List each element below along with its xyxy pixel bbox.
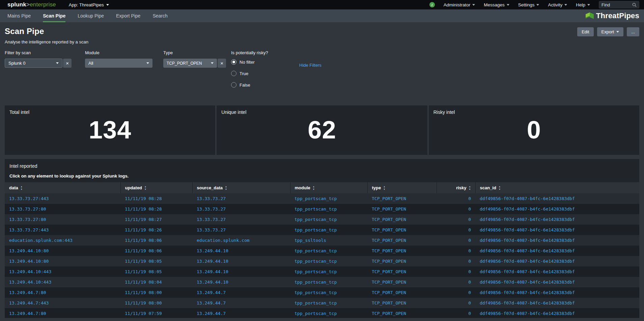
radio-false[interactable]: False: [231, 82, 288, 88]
cell-data[interactable]: 13.249.44.10:80: [5, 256, 120, 266]
cell-risky[interactable]: 0: [437, 287, 475, 298]
column-header-source-data[interactable]: source_data▲▼: [192, 182, 290, 193]
cell-type[interactable]: TCP_PORT_OPEN: [367, 266, 437, 277]
cell-type[interactable]: TCP_PORT_OPEN: [367, 204, 437, 214]
cell-type[interactable]: TCP_PORT_OPEN: [367, 225, 437, 235]
cell-updated[interactable]: 11/11/19 08:00: [120, 298, 192, 308]
cell-updated[interactable]: 11/11/19 08:06: [120, 235, 192, 246]
cell-source-data[interactable]: 13.33.73.27: [192, 204, 290, 214]
tab-lookup-pipe[interactable]: Lookup Pipe: [78, 9, 104, 22]
cell-type[interactable]: TCP_PORT_OPEN: [367, 256, 437, 266]
cell-scan-id[interactable]: ddf49856-f07d-4087-b4fc-6e1428383dbf: [475, 256, 639, 266]
cell-scan-id[interactable]: ddf49856-f07d-4087-b4fc-6e1428383dbf: [475, 266, 639, 277]
cell-module[interactable]: tpp_portscan_tcp: [290, 277, 367, 287]
export-button[interactable]: Export: [597, 27, 624, 36]
cell-data[interactable]: 13.33.73.27:80: [5, 214, 120, 225]
column-header-type[interactable]: type▲▼: [367, 182, 437, 193]
cell-updated[interactable]: 11/11/19 08:27: [120, 214, 192, 225]
cell-type[interactable]: TCP_PORT_OPEN: [367, 214, 437, 225]
radio-true[interactable]: True: [231, 70, 288, 77]
cell-module[interactable]: tpp_portscan_tcp: [290, 225, 367, 235]
cell-source-data[interactable]: 13.249.44.10: [192, 246, 290, 256]
cell-type[interactable]: TCP_PORT_OPEN: [367, 308, 437, 318]
cell-scan-id[interactable]: ddf49856-f07d-4087-b4fc-6e1428383dbf: [475, 298, 639, 308]
tab-scan-pipe[interactable]: Scan Pipe: [43, 9, 65, 22]
cell-updated[interactable]: 11/11/19 07:59: [120, 308, 192, 318]
filter-scan-dropdown[interactable]: Splunk 0: [5, 59, 62, 68]
cell-type[interactable]: TCP_PORT_OPEN: [367, 193, 437, 204]
cell-source-data[interactable]: 13.249.44.10: [192, 256, 290, 266]
cell-risky[interactable]: 0: [437, 308, 475, 318]
cell-updated[interactable]: 11/11/19 08:06: [120, 246, 192, 256]
cell-scan-id[interactable]: ddf49856-f07d-4087-b4fc-6e1428383dbf: [475, 308, 639, 318]
cell-source-data[interactable]: education.splunk.com: [192, 235, 290, 246]
cell-source-data[interactable]: 13.33.73.27: [192, 214, 290, 225]
cell-type[interactable]: TCP_PORT_OPEN: [367, 246, 437, 256]
cell-updated[interactable]: 11/11/19 08:04: [120, 277, 192, 287]
menu-activity[interactable]: Activity: [548, 2, 567, 7]
sort-icon[interactable]: ▲▼: [469, 186, 471, 190]
cell-data[interactable]: 13.33.73.27:443: [5, 225, 120, 235]
cell-scan-id[interactable]: ddf49856-f07d-4087-b4fc-6e1428383dbf: [475, 204, 639, 214]
cell-risky[interactable]: 0: [437, 235, 475, 246]
cell-module[interactable]: tpp_portscan_tcp: [290, 204, 367, 214]
cell-risky[interactable]: 0: [437, 193, 475, 204]
cell-data[interactable]: education.splunk.com:443: [5, 235, 120, 246]
cell-risky[interactable]: 0: [437, 256, 475, 266]
sort-icon[interactable]: ▲▼: [225, 186, 227, 190]
sort-icon[interactable]: ▲▼: [21, 186, 23, 190]
cell-data[interactable]: 13.249.44.10:80: [5, 246, 120, 256]
cell-scan-id[interactable]: ddf49856-f07d-4087-b4fc-6e1428383dbf: [475, 214, 639, 225]
sort-icon[interactable]: ▲▼: [144, 186, 146, 190]
cell-data[interactable]: 13.249.44.7:80: [5, 308, 120, 318]
cell-module[interactable]: tpp_portscan_tcp: [290, 266, 367, 277]
column-header-updated[interactable]: updated▲▼: [120, 182, 192, 193]
cell-module[interactable]: tpp_portscan_tcp: [290, 298, 367, 308]
cell-updated[interactable]: 11/11/19 08:05: [120, 256, 192, 266]
cell-source-data[interactable]: 13.249.44.7: [192, 308, 290, 318]
sort-icon[interactable]: ▲▼: [499, 186, 501, 190]
cell-module[interactable]: tpp_portscan_tcp: [290, 214, 367, 225]
column-header-risky[interactable]: risky▲▼: [437, 182, 475, 193]
cell-data[interactable]: 13.249.44.10:443: [5, 266, 120, 277]
cell-scan-id[interactable]: ddf49856-f07d-4087-b4fc-6e1428383dbf: [475, 225, 639, 235]
menu-help[interactable]: Help: [576, 2, 590, 7]
cell-data[interactable]: 13.33.73.27:80: [5, 204, 120, 214]
find-search-box[interactable]: [599, 1, 639, 8]
cell-updated[interactable]: 11/11/19 08:00: [120, 287, 192, 298]
cell-type[interactable]: TCP_PORT_OPEN: [367, 277, 437, 287]
cell-module[interactable]: tpp_portscan_tcp: [290, 246, 367, 256]
cell-risky[interactable]: 0: [437, 298, 475, 308]
cell-scan-id[interactable]: ddf49856-f07d-4087-b4fc-6e1428383dbf: [475, 287, 639, 298]
cell-scan-id[interactable]: ddf49856-f07d-4087-b4fc-6e1428383dbf: [475, 193, 639, 204]
cell-type[interactable]: TCP_PORT_OPEN: [367, 235, 437, 246]
cell-source-data[interactable]: 13.249.44.7: [192, 287, 290, 298]
cell-risky[interactable]: 0: [437, 214, 475, 225]
cell-updated[interactable]: 11/11/19 08:28: [120, 204, 192, 214]
hide-filters-link[interactable]: Hide Filters: [299, 63, 321, 68]
cell-source-data[interactable]: 13.33.73.27: [192, 193, 290, 204]
cell-updated[interactable]: 11/11/19 08:28: [120, 193, 192, 204]
search-icon[interactable]: [632, 3, 637, 7]
cell-data[interactable]: 13.249.44.10:443: [5, 277, 120, 287]
tab-mains-pipe[interactable]: Mains Pipe: [7, 9, 31, 22]
cell-source-data[interactable]: 13.249.44.10: [192, 266, 290, 277]
tab-search[interactable]: Search: [152, 9, 167, 22]
cell-updated[interactable]: 11/11/19 08:05: [120, 266, 192, 277]
cell-risky[interactable]: 0: [437, 266, 475, 277]
column-header-module[interactable]: module▲▼: [290, 182, 367, 193]
cell-module[interactable]: tpp_portscan_tcp: [290, 287, 367, 298]
cell-source-data[interactable]: 13.249.44.10: [192, 277, 290, 287]
filter-module-dropdown[interactable]: All: [85, 59, 152, 68]
sort-icon[interactable]: ▲▼: [383, 186, 385, 190]
cell-scan-id[interactable]: ddf49856-f07d-4087-b4fc-6e1428383dbf: [475, 246, 639, 256]
cell-updated[interactable]: 11/11/19 08:26: [120, 225, 192, 235]
more-options-button[interactable]: ...: [627, 27, 639, 36]
filter-type-dropdown[interactable]: TCP_PORT_OPEN: [163, 59, 217, 68]
cell-module[interactable]: tpp_portscan_tcp: [290, 193, 367, 204]
cell-source-data[interactable]: 13.249.44.7: [192, 298, 290, 308]
cell-scan-id[interactable]: ddf49856-f07d-4087-b4fc-6e1428383dbf: [475, 235, 639, 246]
cell-module[interactable]: tpp_portscan_tcp: [290, 256, 367, 266]
cell-data[interactable]: 13.249.44.7:80: [5, 287, 120, 298]
filter-scan-clear-button[interactable]: ×: [63, 59, 72, 68]
